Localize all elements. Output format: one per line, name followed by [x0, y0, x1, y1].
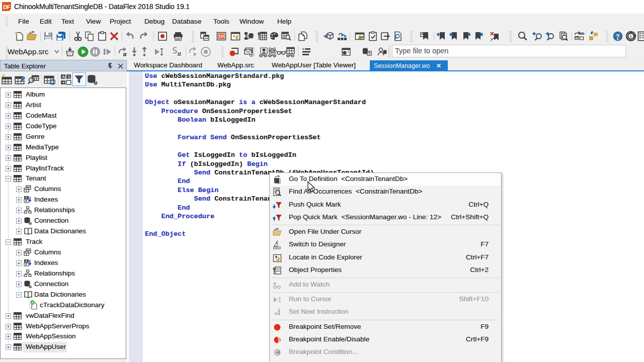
svg-text:DF: DF — [3, 4, 11, 10]
svg-text:A: A — [25, 259, 28, 262]
svg-text:?: ? — [616, 33, 620, 40]
svg-text:DF: DF — [219, 34, 225, 39]
svg-text:1: 1 — [630, 34, 632, 39]
svg-text:ac: ac — [575, 36, 579, 40]
svg-text:1: 1 — [68, 75, 70, 79]
svg-text:Z: Z — [25, 200, 27, 203]
svg-text:A: A — [62, 75, 65, 79]
svg-text:A: A — [25, 197, 28, 200]
svg-text:ab: ab — [580, 31, 584, 36]
svg-text:Z: Z — [25, 263, 27, 266]
